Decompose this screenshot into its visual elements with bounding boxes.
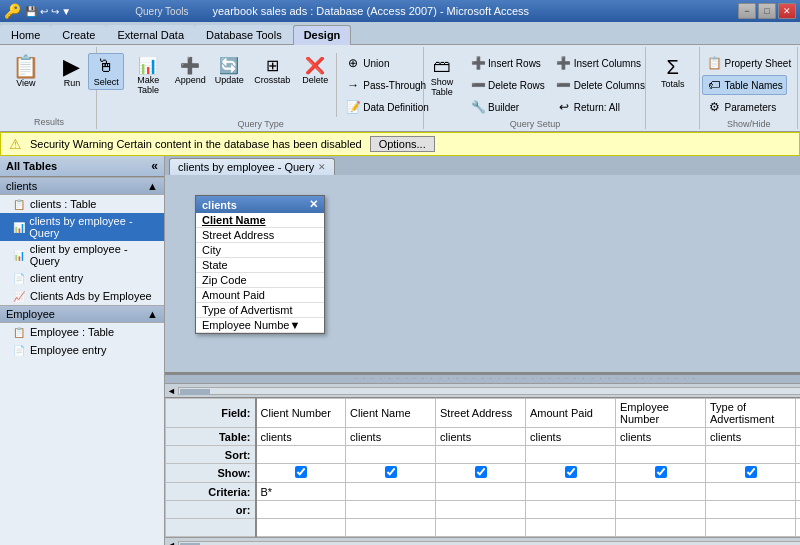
- return-button[interactable]: ↩ Return: All: [552, 97, 649, 117]
- show-checkbox-5[interactable]: [655, 466, 667, 478]
- grid-cell-field-5[interactable]: Employee Number: [616, 399, 706, 428]
- grid-cell-show-3[interactable]: [436, 464, 526, 483]
- grid-horiz-track[interactable]: [178, 541, 800, 546]
- grid-cell-or-7[interactable]: [796, 501, 801, 519]
- grid-cell-sort-5[interactable]: [616, 446, 706, 464]
- grid-cell-empty-4[interactable]: [526, 519, 616, 537]
- table-names-button[interactable]: 🏷 Table Names: [702, 75, 786, 95]
- insert-rows-button[interactable]: ➕ Insert Rows: [466, 53, 549, 73]
- nav-collapse-button[interactable]: «: [151, 159, 158, 173]
- grid-cell-sort-4[interactable]: [526, 446, 616, 464]
- horiz-scroll-thumb[interactable]: [180, 389, 210, 395]
- update-button[interactable]: 🔄 Update: [211, 53, 247, 88]
- grid-cell-field-6[interactable]: Type of Advertisment: [706, 399, 796, 428]
- maximize-button[interactable]: □: [758, 3, 776, 19]
- grid-cell-table-3[interactable]: clients: [436, 428, 526, 446]
- nav-item-clients-ads[interactable]: 📈 Clients Ads by Employee: [0, 287, 164, 305]
- tab-home[interactable]: Home: [0, 25, 51, 44]
- close-button[interactable]: ✕: [778, 3, 796, 19]
- show-checkbox-4[interactable]: [565, 466, 577, 478]
- grid-cell-field-7[interactable]: [796, 399, 801, 428]
- nav-item-employee-table[interactable]: 📋 Employee : Table: [0, 323, 164, 341]
- grid-cell-sort-2[interactable]: [346, 446, 436, 464]
- parameters-button[interactable]: ⚙ Parameters: [702, 97, 780, 117]
- grid-cell-or-1[interactable]: [256, 501, 346, 519]
- grid-cell-empty-2[interactable]: [346, 519, 436, 537]
- show-checkbox-3[interactable]: [475, 466, 487, 478]
- options-button[interactable]: Options...: [370, 136, 435, 152]
- grid-cell-table-7[interactable]: [796, 428, 801, 446]
- grid-cell-show-4[interactable]: [526, 464, 616, 483]
- grid-cell-or-3[interactable]: [436, 501, 526, 519]
- delete-rows-button[interactable]: ➖ Delete Rows: [466, 75, 549, 95]
- nav-item-client-by-employee-query[interactable]: 📊 client by employee - Query: [0, 241, 164, 269]
- grid-cell-show-7[interactable]: [796, 464, 801, 483]
- grid-cell-sort-1[interactable]: [256, 446, 346, 464]
- grid-cell-sort-7[interactable]: [796, 446, 801, 464]
- grid-cell-empty-7[interactable]: [796, 519, 801, 537]
- grid-cell-table-4[interactable]: clients: [526, 428, 616, 446]
- builder-button[interactable]: 🔧 Builder: [466, 97, 549, 117]
- crosstab-button[interactable]: ⊞ Crosstab: [250, 53, 294, 88]
- horiz-scroll-left[interactable]: ◄: [165, 386, 178, 396]
- grid-cell-show-6[interactable]: [706, 464, 796, 483]
- grid-cell-empty-3[interactable]: [436, 519, 526, 537]
- nav-item-clients-table[interactable]: 📋 clients : Table: [0, 195, 164, 213]
- table-area-horiz-scroll[interactable]: ◄ ►: [165, 383, 800, 397]
- tab-database-tools[interactable]: Database Tools: [195, 25, 293, 44]
- grid-cell-empty-5[interactable]: [616, 519, 706, 537]
- show-checkbox-2[interactable]: [385, 466, 397, 478]
- grid-cell-criteria-4[interactable]: [526, 483, 616, 501]
- grid-cell-empty-1[interactable]: [256, 519, 346, 537]
- grid-cell-field-4[interactable]: Amount Paid: [526, 399, 616, 428]
- grid-cell-field-3[interactable]: Street Address: [436, 399, 526, 428]
- query-tab-clients[interactable]: clients by employee - Query ✕: [169, 158, 335, 175]
- nav-item-client-entry[interactable]: 📄 client entry: [0, 269, 164, 287]
- grid-cell-sort-3[interactable]: [436, 446, 526, 464]
- property-sheet-button[interactable]: 📋 Property Sheet: [702, 53, 795, 73]
- grid-cell-field-1[interactable]: Client Number: [256, 399, 346, 428]
- grid-cell-empty-6[interactable]: [706, 519, 796, 537]
- grid-cell-table-2[interactable]: clients: [346, 428, 436, 446]
- grid-cell-criteria-6[interactable]: [706, 483, 796, 501]
- grid-cell-criteria-5[interactable]: [616, 483, 706, 501]
- nav-section-employee[interactable]: Employee ▲: [0, 305, 164, 323]
- data-definition-button[interactable]: 📝 Data Definition: [341, 97, 433, 117]
- grid-cell-field-2[interactable]: Client Name: [346, 399, 436, 428]
- nav-section-clients[interactable]: clients ▲: [0, 177, 164, 195]
- union-button[interactable]: ⊕ Union: [341, 53, 433, 73]
- tab-external-data[interactable]: External Data: [106, 25, 195, 44]
- grid-cell-show-2[interactable]: [346, 464, 436, 483]
- delete-columns-button[interactable]: ➖ Delete Columns: [552, 75, 649, 95]
- grid-cell-table-6[interactable]: clients: [706, 428, 796, 446]
- minimize-button[interactable]: −: [738, 3, 756, 19]
- totals-button[interactable]: Σ Totals: [651, 53, 695, 92]
- pass-through-button[interactable]: → Pass-Through: [341, 75, 433, 95]
- select-button[interactable]: 🖱 Select: [88, 53, 124, 90]
- insert-columns-button[interactable]: ➕ Insert Columns: [552, 53, 649, 73]
- make-table-button[interactable]: 📊 Make Table: [127, 53, 169, 98]
- tab-design[interactable]: Design: [293, 25, 352, 45]
- append-button[interactable]: ➕ Append: [172, 53, 208, 88]
- view-button[interactable]: 📋 View: [4, 53, 48, 91]
- show-checkbox-6[interactable]: [745, 466, 757, 478]
- grid-cell-or-2[interactable]: [346, 501, 436, 519]
- show-checkbox-1[interactable]: [295, 466, 307, 478]
- nav-item-employee-entry[interactable]: 📄 Employee entry: [0, 341, 164, 359]
- grid-cell-or-6[interactable]: [706, 501, 796, 519]
- grid-cell-table-5[interactable]: clients: [616, 428, 706, 446]
- tab-create[interactable]: Create: [51, 25, 106, 44]
- grid-cell-show-5[interactable]: [616, 464, 706, 483]
- grid-cell-or-5[interactable]: [616, 501, 706, 519]
- horiz-scroll-track[interactable]: [178, 387, 800, 395]
- grid-cell-criteria-2[interactable]: [346, 483, 436, 501]
- grid-cell-sort-6[interactable]: [706, 446, 796, 464]
- show-table-button[interactable]: 🗃 Show Table: [421, 53, 463, 100]
- grid-cell-criteria-3[interactable]: [436, 483, 526, 501]
- delete-button[interactable]: ❌ Delete: [297, 53, 333, 88]
- grid-cell-criteria-1[interactable]: B*: [256, 483, 346, 501]
- tab-close-button[interactable]: ✕: [318, 162, 326, 172]
- grid-cell-show-1[interactable]: [256, 464, 346, 483]
- grid-horiz-scroll[interactable]: ◄ ►: [165, 537, 800, 545]
- grid-cell-or-4[interactable]: [526, 501, 616, 519]
